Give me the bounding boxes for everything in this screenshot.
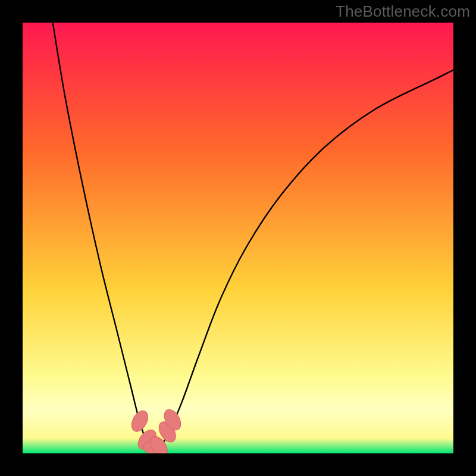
bottleneck-chart xyxy=(23,23,453,453)
watermark-text: TheBottleneck.com xyxy=(336,2,470,21)
plot-background xyxy=(23,23,453,453)
outer-frame: TheBottleneck.com xyxy=(0,0,476,476)
